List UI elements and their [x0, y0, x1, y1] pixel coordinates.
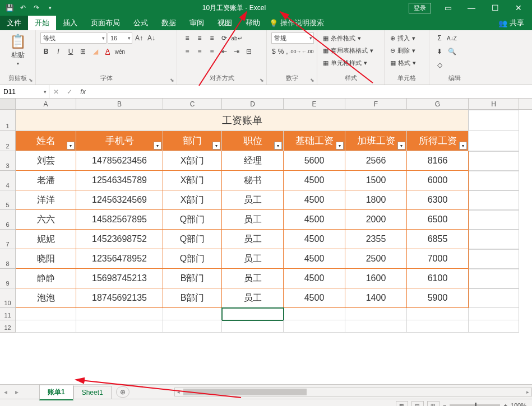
cell[interactable]: 姓名▾ [16, 131, 76, 151]
cell[interactable]: 8166 [407, 151, 469, 171]
cell[interactable] [345, 308, 407, 320]
paste-button[interactable]: 📋 粘贴 ▾ [4, 32, 31, 67]
cell[interactable]: 14785623456 [76, 151, 163, 171]
cell[interactable]: 6100 [407, 269, 469, 288]
cell[interactable]: B部门 [163, 269, 222, 288]
cell[interactable] [469, 190, 519, 210]
tab-review[interactable]: 审阅 [183, 16, 211, 30]
sheet-nav-prev-icon[interactable]: ◂ [0, 388, 11, 396]
cell[interactable] [469, 131, 519, 151]
page-layout-view-icon[interactable]: ▤ [411, 401, 424, 407]
cell[interactable]: 员工 [222, 269, 284, 288]
cell[interactable] [76, 320, 163, 333]
indent-dec-icon[interactable]: ⇤ [219, 46, 230, 57]
cell[interactable]: 4500 [284, 210, 345, 230]
cell[interactable]: 2355 [345, 230, 407, 249]
cell[interactable]: 4500 [284, 269, 345, 288]
cell[interactable]: X部门 [163, 190, 222, 210]
align-launcher-icon[interactable]: ⬊ [258, 77, 265, 83]
cell[interactable]: 刘芸 [16, 151, 76, 171]
cell[interactable]: 2566 [345, 151, 407, 171]
filter-button[interactable]: ▾ [397, 142, 405, 150]
decrease-font-icon[interactable]: A↓ [146, 32, 157, 44]
format-as-table-button[interactable]: ▦套用表格格式 ▾ [322, 45, 380, 56]
row-header[interactable]: 12 [0, 320, 16, 333]
save-icon[interactable]: 💾 [4, 3, 15, 13]
tab-home[interactable]: 开始 [28, 16, 56, 30]
redo-icon[interactable]: ↷ [31, 3, 41, 13]
cell[interactable]: 14523698752 [76, 230, 163, 249]
col-header-H[interactable]: H [469, 99, 519, 109]
tab-view[interactable]: 视图 [211, 16, 239, 30]
cell[interactable]: 工资账单 [16, 110, 469, 131]
percent-icon[interactable]: % [277, 46, 285, 57]
cell[interactable]: 员工 [222, 288, 284, 308]
cell[interactable]: X部门 [163, 151, 222, 171]
normal-view-icon[interactable]: ▦ [396, 401, 408, 407]
cell[interactable]: 静静 [16, 269, 76, 288]
col-header-F[interactable]: F [345, 99, 407, 109]
sheet-tab-active[interactable]: 账单1 [39, 385, 73, 400]
cell[interactable] [469, 249, 519, 269]
cell[interactable]: X部门 [163, 171, 222, 190]
col-header-G[interactable]: G [407, 99, 469, 109]
currency-icon[interactable]: $ [271, 46, 276, 57]
align-left-icon[interactable]: ≡ [182, 46, 193, 57]
cell[interactable] [345, 320, 407, 333]
col-header-E[interactable]: E [284, 99, 345, 109]
tab-data[interactable]: 数据 [155, 16, 183, 30]
border-button[interactable]: ⊞ [77, 46, 89, 57]
cell[interactable] [469, 171, 519, 190]
add-sheet-button[interactable]: ⊕ [116, 386, 129, 398]
share-button[interactable]: 👥 共享 [498, 18, 532, 28]
cell[interactable]: 1500 [345, 171, 407, 190]
align-top-icon[interactable]: ≡ [182, 32, 193, 44]
cell[interactable]: 6855 [407, 230, 469, 249]
align-bottom-icon[interactable]: ≡ [206, 32, 218, 44]
cell[interactable]: 1400 [345, 288, 407, 308]
row-header[interactable]: 9 [0, 269, 16, 288]
format-cells-button[interactable]: ▦格式 ▾ [389, 57, 424, 68]
cell[interactable] [284, 320, 345, 333]
cell[interactable]: 1800 [345, 190, 407, 210]
zoom-in-icon[interactable]: + [503, 402, 507, 407]
row-header[interactable]: 3 [0, 151, 16, 171]
tell-me-search[interactable]: 💡 操作说明搜索 [269, 18, 324, 28]
cell[interactable]: B部门 [163, 288, 222, 308]
spreadsheet-grid[interactable]: ABCDEFGH 1工资账单2姓名▾手机号▾部门▾职位▾基础工资▾加班工资▾所得… [0, 99, 532, 384]
cell[interactable]: 1600 [345, 269, 407, 288]
name-box[interactable]: D11 [0, 85, 49, 98]
cell[interactable] [16, 320, 76, 333]
row-header[interactable]: 2 [0, 131, 16, 151]
cell[interactable]: Q部门 [163, 230, 222, 249]
login-button[interactable]: 登录 [409, 3, 431, 13]
cell[interactable]: 18745692135 [76, 288, 163, 308]
cell[interactable]: 12546345789 [76, 171, 163, 190]
cell[interactable]: 洋洋 [16, 190, 76, 210]
tab-formulas[interactable]: 公式 [127, 16, 155, 30]
select-all-corner[interactable] [0, 99, 16, 109]
align-right-icon[interactable]: ≡ [206, 46, 218, 57]
cell[interactable] [469, 210, 519, 230]
close-icon[interactable]: ✕ [507, 1, 530, 15]
row-header[interactable]: 8 [0, 249, 16, 269]
row-header[interactable]: 11 [0, 308, 16, 320]
font-size-combo[interactable]: 16 [108, 32, 132, 44]
cell[interactable]: 晓阳 [16, 249, 76, 269]
cell-styles-button[interactable]: ▦单元格样式 ▾ [322, 57, 380, 68]
underline-button[interactable]: U [65, 46, 76, 57]
bold-button[interactable]: B [40, 46, 52, 57]
clipboard-launcher-icon[interactable]: ⬊ [27, 77, 34, 83]
row-header[interactable]: 1 [0, 110, 16, 131]
cell[interactable] [76, 308, 163, 320]
phonetic-button[interactable]: wén [114, 46, 126, 57]
wrap-text-icon[interactable]: ab↵ [231, 32, 242, 44]
cell[interactable]: 5600 [284, 151, 345, 171]
cell[interactable]: 员工 [222, 210, 284, 230]
cell[interactable] [163, 308, 222, 320]
tab-file[interactable]: 文件 [0, 16, 28, 30]
cell[interactable]: 4500 [284, 230, 345, 249]
increase-font-icon[interactable]: A↑ [133, 32, 145, 44]
maximize-icon[interactable]: ☐ [484, 1, 506, 15]
cell[interactable] [469, 288, 519, 308]
